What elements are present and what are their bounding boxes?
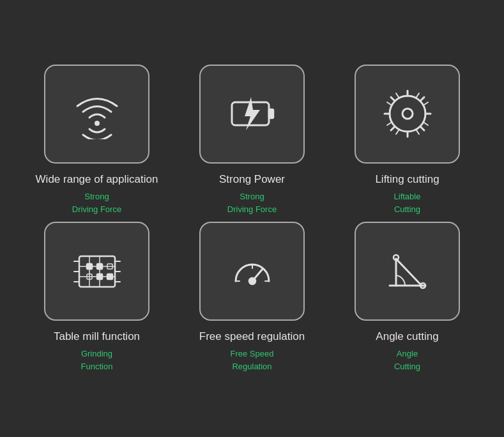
svg-line-42 — [252, 269, 263, 281]
battery-bolt-icon — [227, 88, 278, 139]
icon-box-table-mill — [44, 222, 149, 321]
angle-cut-icon — [382, 246, 433, 297]
card-lifting-cutting-title: Lifting cutting — [375, 172, 439, 187]
card-angle-cutting-subtitle: Angle Cutting — [394, 348, 420, 372]
svg-line-45 — [396, 259, 422, 286]
card-lifting-cutting-subtitle: Liftable Cutting — [394, 190, 421, 215]
card-strong-power-subtitle: Strong Driving Force — [227, 190, 277, 215]
svg-rect-31 — [107, 274, 112, 279]
svg-point-4 — [402, 109, 413, 119]
card-table-mill-title: Table mill function — [54, 330, 140, 344]
svg-line-13 — [396, 93, 399, 97]
circuit-board-icon — [72, 246, 123, 297]
icon-box-lifting-cutting — [355, 65, 460, 164]
svg-rect-2 — [269, 109, 273, 118]
icon-box-strong-power — [199, 65, 305, 164]
svg-line-12 — [420, 126, 424, 130]
card-wide-range-title: Wide range of application — [36, 172, 158, 187]
icon-box-wide-range — [44, 65, 149, 164]
card-angle-cutting-title: Angle cutting — [376, 330, 438, 344]
svg-point-46 — [393, 255, 399, 260]
svg-line-18 — [416, 130, 419, 134]
svg-line-17 — [396, 130, 399, 134]
card-angle-cutting: Angle cutting Angle Cutting — [336, 222, 478, 372]
feature-grid: Wide range of application Strong Driving… — [0, 45, 504, 392]
svg-line-20 — [424, 123, 428, 125]
svg-line-10 — [420, 97, 424, 101]
speedometer-icon — [227, 246, 278, 297]
card-strong-power-title: Strong Power — [219, 172, 285, 187]
card-strong-power: Strong Power Strong Driving Force — [181, 65, 323, 215]
svg-rect-27 — [97, 264, 102, 269]
wifi-icon — [72, 88, 123, 139]
card-table-mill-subtitle: Grinding Function — [81, 348, 113, 372]
card-table-mill: Table mill function Grinding Function — [26, 222, 168, 372]
svg-rect-26 — [87, 264, 92, 269]
card-free-speed-title: Free speed regulation — [199, 330, 305, 344]
saw-blade-icon — [382, 88, 433, 139]
svg-line-19 — [424, 102, 428, 105]
icon-box-angle-cutting — [355, 222, 460, 321]
svg-rect-30 — [97, 274, 102, 279]
card-lifting-cutting: Lifting cutting Liftable Cutting — [336, 65, 478, 215]
card-free-speed: Free speed regulation Free Speed Regulat… — [181, 222, 323, 372]
svg-line-15 — [387, 102, 391, 105]
svg-point-0 — [95, 121, 100, 126]
card-free-speed-subtitle: Free Speed Regulation — [231, 348, 274, 372]
svg-line-11 — [391, 126, 395, 130]
icon-box-free-speed — [199, 222, 305, 321]
svg-line-14 — [416, 93, 419, 97]
card-wide-range-subtitle: Strong Driving Force — [72, 190, 121, 215]
svg-line-16 — [387, 123, 391, 125]
svg-line-9 — [391, 97, 395, 101]
card-wide-range: Wide range of application Strong Driving… — [26, 65, 168, 215]
svg-rect-21 — [79, 256, 115, 287]
